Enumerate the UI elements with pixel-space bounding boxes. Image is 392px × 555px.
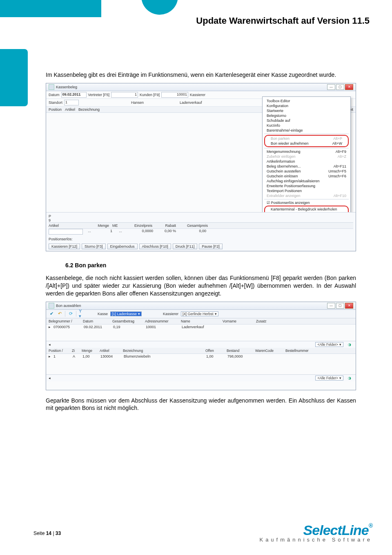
menu-item[interactable]: Gutschein einlösenUmsch+F6 <box>263 174 350 179</box>
menu-item[interactable]: Toolbox-Editor <box>263 98 350 103</box>
section-paragraph: Kassenbelege, die noch nicht kassiert we… <box>46 274 356 298</box>
window-title: Kassenbeleg <box>56 85 77 89</box>
maximize-button-2[interactable]: ▢ <box>336 303 344 309</box>
cell <box>256 354 285 358</box>
undo-icon[interactable]: ↶ <box>57 311 62 317</box>
col-header: WarenCode <box>255 349 285 353</box>
menu-item[interactable]: Belegstorno <box>263 113 350 118</box>
menu-item[interactable]: Kartenterminal - Belegdruck wiederholen <box>267 207 346 212</box>
window-titlebar: Kassenbeleg — ▢ ✕ <box>46 83 356 91</box>
window-icon <box>49 84 54 90</box>
menu-item[interactable]: Startwerte <box>263 108 350 113</box>
col-header: Gesamtbetrag <box>112 319 144 323</box>
filter-alle-felder-2[interactable]: <Alle Felder>▾ <box>315 376 343 380</box>
action-button[interactable]: Druck [F11] <box>173 244 198 249</box>
menu-item[interactable]: Barentnahme/-einlage <box>263 128 350 133</box>
cell: Blumenzwiebeln <box>124 354 205 358</box>
filter-icon[interactable]: Y ▾ <box>79 311 85 317</box>
col-artikel: Artikel <box>65 107 75 112</box>
field-vertreter[interactable]: 1 <box>111 92 138 98</box>
cell <box>257 325 281 329</box>
cell: 1,00 <box>206 354 227 358</box>
field-datum[interactable]: 09.02.2011 <box>61 92 87 98</box>
menu-item[interactable]: Aufschlag einfügen/aktualisieren <box>263 179 350 184</box>
val-rab: 0,00 % <box>156 229 176 235</box>
menu-item[interactable]: Bon parkenAlt+P <box>267 136 346 141</box>
context-menu[interactable]: Toolbox-EditorKonfigurationStartwerteBel… <box>262 96 351 225</box>
field-standort[interactable]: 1 <box>64 100 79 105</box>
col-header: Zusatz <box>256 319 281 323</box>
menu-item[interactable]: Textimport Positionen <box>263 188 350 193</box>
label-kasse: Kasse <box>98 312 108 316</box>
val-artikel[interactable] <box>49 229 83 235</box>
menu-item[interactable]: Beleg übernehmen...Alt+F11 <box>263 164 350 169</box>
label-vertreter: Vertreter [F5] <box>88 93 110 97</box>
field-kunden[interactable]: 10001 <box>161 92 188 98</box>
val-one: 1 <box>96 229 112 235</box>
page-footer: Seite 14 | 33 <box>33 530 61 536</box>
confirm-icon[interactable]: ✔ <box>49 311 54 317</box>
menu-item[interactable]: Extrafelder anzeigenAlt+F10 <box>263 193 350 198</box>
window-controls: — ▢ ✕ <box>327 84 353 90</box>
grid2-header: Position /ZiMengeArtikelBezeichnungOffen… <box>46 348 356 354</box>
search-icon-1[interactable]: ◑ <box>346 342 353 347</box>
val-ges: 0,00 <box>178 229 206 235</box>
menu-item[interactable]: Zubehör einfügenAlt+Z <box>263 154 350 159</box>
col-rabatt: Rabatt <box>156 224 176 228</box>
col-ep: Einzelpreis <box>128 224 152 228</box>
col-position: Position <box>49 107 62 112</box>
label-9: 9 <box>49 218 51 222</box>
cell: 798,0000 <box>227 354 255 358</box>
text-hansen: Hansen <box>131 101 144 105</box>
search-icon-2[interactable]: ◑ <box>346 376 353 380</box>
cell: 09.02.2011 <box>84 325 112 329</box>
menu-item[interactable]: Bon wieder aufnehmenAlt+W <box>267 141 346 146</box>
action-button[interactable]: Eingabemodus <box>107 244 138 249</box>
minimize-button[interactable]: — <box>327 84 335 90</box>
side-stripe <box>0 49 28 106</box>
menu-item[interactable]: Artikelinformation <box>263 159 350 164</box>
dropdown-kasse[interactable]: [1] Ladenkasse▾ <box>110 311 142 316</box>
menu-item[interactable]: Konfiguration <box>263 103 350 108</box>
menu-item[interactable]: Kurzinfo <box>263 123 350 128</box>
label-p: P <box>49 214 51 218</box>
dropdown-kassierer[interactable]: [4] Gerlinde Herbst▾ <box>181 311 218 316</box>
close-button[interactable]: ✕ <box>345 84 353 90</box>
label-positionserloes: Positionserlös: <box>49 237 353 241</box>
menu-item[interactable]: ☑ Positionserlös anzeigen <box>263 200 350 205</box>
col-artikel2: Artikel <box>49 224 81 228</box>
grid2-row[interactable]: ▸1A1,00130004Blumenzwiebeln1,00798,0000 <box>46 354 356 359</box>
content: Im Kassenbeleg gibt es drei Einträge im … <box>46 65 356 416</box>
grid1-row[interactable]: ▸0700007509.02.20110,1910001Ladenverkauf <box>46 324 356 329</box>
menu-item[interactable]: Schublade auf <box>263 118 350 123</box>
cell: 0,19 <box>113 325 145 329</box>
col-header: Bestand <box>227 349 254 353</box>
intro-paragraph: Im Kassenbeleg gibt es drei Einträge im … <box>46 71 356 79</box>
close-button-2[interactable]: ✕ <box>345 303 353 309</box>
val-dots[interactable]: ... <box>85 229 94 235</box>
val-dots2[interactable]: ... <box>115 229 126 235</box>
maximize-button[interactable]: ▢ <box>336 84 344 90</box>
scroll-left-icon[interactable]: ◂ <box>49 342 51 347</box>
scroll-left-icon-2[interactable]: ◂ <box>49 376 51 380</box>
filter-alle-felder-1[interactable]: <Alle Felder>▾ <box>315 342 343 347</box>
menu-item[interactable]: MengenumrechnungAlt+F9 <box>263 149 350 154</box>
action-button[interactable]: Kassieren [F12] <box>49 244 80 249</box>
action-button[interactable]: Abschluss [F10] <box>139 244 171 249</box>
minimize-button-2[interactable]: — <box>327 303 335 309</box>
window-titlebar-2: Bon auswählen — ▢ ✕ <box>46 302 356 310</box>
action-button[interactable]: Pause [F2] <box>199 244 223 249</box>
menu-item[interactable]: Gutschein ausstellenUmsch+F5 <box>263 169 350 174</box>
col-header: Bestellnummer <box>285 349 319 353</box>
header-curve <box>101 0 114 17</box>
label-kunden: Kunden [F9] <box>140 93 160 97</box>
grid2-footer: ◂ <Alle Felder>▾ ◑ <box>46 374 356 381</box>
refresh-icon[interactable]: ⟳ <box>68 311 74 317</box>
col-header: Menge <box>82 349 99 353</box>
menu-item[interactable]: Erweiterte Positionserfassung <box>263 184 350 188</box>
grid1-header: Belegnummer /DatumGesamtbetragAdressnumm… <box>46 318 356 324</box>
cell: 1 <box>53 354 72 358</box>
cell <box>223 325 256 329</box>
logo-text: SelectLine® <box>259 522 372 538</box>
action-button[interactable]: Storno [F3] <box>82 244 106 249</box>
